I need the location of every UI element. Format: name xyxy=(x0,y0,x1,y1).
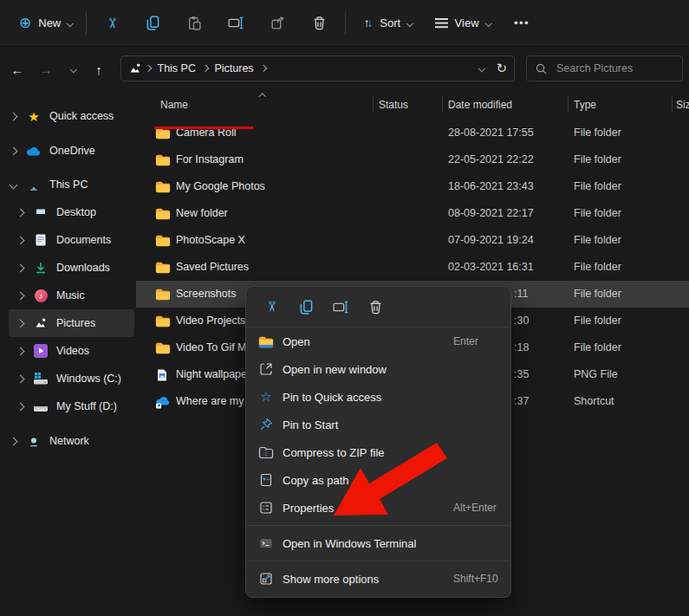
sidebar-item-this-pc[interactable]: This PC xyxy=(2,171,134,198)
zip-folder-icon xyxy=(258,445,274,459)
menu-item-pin-to-start[interactable]: Pin to Start xyxy=(246,411,510,438)
sort-button-label: Sort xyxy=(380,16,400,29)
refresh-button[interactable]: ↻ xyxy=(496,61,507,76)
column-divider[interactable] xyxy=(373,96,374,112)
delete-button[interactable] xyxy=(358,292,393,321)
expand-chevron-icon[interactable] xyxy=(14,404,26,410)
new-button[interactable]: ⊕ New xyxy=(10,8,81,39)
windows-drive-icon xyxy=(33,372,49,386)
sidebar-item-quick-access[interactable]: ★ Quick access xyxy=(2,102,134,130)
shortcut-hint: Enter xyxy=(453,335,478,347)
column-header-size[interactable]: Size xyxy=(676,99,689,111)
file-row-for-instagram[interactable]: For Instagram 22-05-2021 22:22 File fold… xyxy=(136,146,689,173)
expand-chevron-icon[interactable] xyxy=(14,293,26,299)
address-dropdown-chevron-icon[interactable] xyxy=(478,65,485,72)
sidebar-item-downloads[interactable]: Downloads xyxy=(9,254,134,282)
column-header-date-modified[interactable]: Date modified xyxy=(448,99,512,111)
column-header-status[interactable]: Status xyxy=(379,99,408,111)
menu-separator xyxy=(247,561,510,561)
shortcut-hint: Shift+F10 xyxy=(453,573,498,585)
sidebar-item-desktop[interactable]: Desktop xyxy=(9,198,134,226)
view-button-label: View xyxy=(455,16,479,29)
forward-button[interactable]: → xyxy=(35,58,57,81)
drive-icon xyxy=(33,399,49,413)
toolbar-divider xyxy=(86,12,87,35)
menu-item-show-more-options[interactable]: Show more options Shift+F10 xyxy=(246,565,510,593)
chevron-down-icon xyxy=(484,20,491,27)
view-icon xyxy=(435,18,448,20)
rename-button[interactable] xyxy=(216,8,257,39)
column-divider[interactable] xyxy=(672,96,673,112)
menu-item-open-in-windows-terminal[interactable]: Open in Windows Terminal xyxy=(246,529,510,557)
file-row-camera-roll[interactable]: Camera Roll 28-08-2021 17:55 File folder xyxy=(136,120,689,146)
delete-icon xyxy=(312,16,327,30)
menu-item-pin-to-quick-access[interactable]: ☆ Pin to Quick access xyxy=(246,383,510,411)
sidebar-item-my-stuff-d[interactable]: My Stuff (D:) xyxy=(9,392,134,420)
expand-chevron-icon[interactable] xyxy=(14,321,26,327)
rename-button[interactable] xyxy=(323,292,358,321)
sort-ascending-caret-icon xyxy=(259,94,266,101)
cut-button[interactable]: ✂ xyxy=(254,292,289,321)
folder-icon xyxy=(155,234,171,247)
see-more-button[interactable]: ••• xyxy=(503,8,541,39)
menu-item-compress-to-zip[interactable]: Compress to ZIP file xyxy=(246,438,510,466)
menu-item-properties[interactable]: Properties Alt+Enter xyxy=(246,494,510,522)
expand-chevron-icon[interactable] xyxy=(7,113,19,120)
sidebar-item-network[interactable]: Network xyxy=(2,427,134,455)
column-header-type[interactable]: Type xyxy=(574,99,596,111)
expand-chevron-icon[interactable] xyxy=(14,348,26,354)
expand-chevron-icon[interactable] xyxy=(14,376,26,382)
sidebar-item-windows-c[interactable]: Windows (C:) xyxy=(9,365,134,392)
command-toolbar: ⊕ New ✂ ↑↓ Sort View ••• xyxy=(0,0,689,47)
music-icon: ♪ xyxy=(35,289,48,302)
sort-button[interactable]: ↑↓ Sort xyxy=(355,8,421,39)
cut-icon: ✂ xyxy=(105,17,119,29)
paste-button[interactable] xyxy=(174,8,216,39)
file-row-photoscape-x[interactable]: PhotoScape X 07-09-2021 19:24 File folde… xyxy=(136,227,689,254)
sidebar-item-onedrive[interactable]: OneDrive xyxy=(2,137,134,165)
up-button[interactable]: ↑ xyxy=(88,58,110,81)
expand-chevron-icon[interactable] xyxy=(14,210,26,216)
file-row-new-folder[interactable]: New folder 08-09-2021 22:17 File folder xyxy=(136,200,689,227)
file-row-saved-pictures[interactable]: Saved Pictures 02-03-2021 16:31 File fol… xyxy=(136,254,689,281)
collapse-chevron-icon[interactable] xyxy=(7,182,19,188)
delete-icon xyxy=(368,300,383,314)
address-bar[interactable]: This PC Pictures ↻ xyxy=(120,55,515,81)
expand-chevron-icon[interactable] xyxy=(14,237,26,243)
copy-button[interactable] xyxy=(133,8,174,39)
expand-chevron-icon[interactable] xyxy=(7,438,19,444)
menu-item-open-in-new-window[interactable]: Open in new window xyxy=(246,355,510,383)
navigation-pane: ★ Quick access OneDrive This PC Desktop … xyxy=(0,91,136,616)
new-button-label: New xyxy=(38,16,61,29)
search-box[interactable] xyxy=(526,55,683,81)
expand-chevron-icon[interactable] xyxy=(14,265,26,271)
sidebar-item-pictures[interactable]: Pictures xyxy=(9,309,134,337)
shortcut-hint: Alt+Enter xyxy=(453,502,497,514)
copy-icon xyxy=(146,16,160,30)
chevron-down-icon xyxy=(67,20,74,27)
menu-item-copy-as-path[interactable]: Copy as path xyxy=(246,466,510,494)
breadcrumb-this-pc[interactable]: This PC xyxy=(158,62,196,75)
column-header-name[interactable]: Name xyxy=(160,99,188,111)
column-divider[interactable] xyxy=(442,96,443,112)
file-row-my-google-photos[interactable]: My Google Photos 18-06-2021 23:43 File f… xyxy=(136,173,689,200)
view-button[interactable]: View xyxy=(426,8,499,39)
folder-icon xyxy=(155,341,171,354)
breadcrumb-chevron-icon xyxy=(145,65,152,72)
cut-button[interactable]: ✂ xyxy=(91,8,133,39)
expand-chevron-icon[interactable] xyxy=(7,148,19,154)
copy-button[interactable] xyxy=(289,292,323,321)
column-divider[interactable] xyxy=(568,96,569,112)
context-menu-quick-actions: ✂ xyxy=(246,287,510,327)
menu-item-open[interactable]: Open Enter xyxy=(246,327,510,355)
back-button[interactable]: ← xyxy=(6,58,29,81)
sidebar-item-documents[interactable]: Documents xyxy=(9,226,134,254)
sidebar-item-videos[interactable]: Videos xyxy=(9,337,134,365)
delete-button[interactable] xyxy=(299,8,341,39)
recent-locations-button[interactable] xyxy=(62,58,85,81)
sidebar-item-music[interactable]: ♪ Music xyxy=(9,282,134,309)
breadcrumb-pictures[interactable]: Pictures xyxy=(214,62,253,75)
search-input[interactable] xyxy=(555,62,671,75)
share-button[interactable] xyxy=(257,8,299,39)
rename-icon xyxy=(228,16,244,29)
